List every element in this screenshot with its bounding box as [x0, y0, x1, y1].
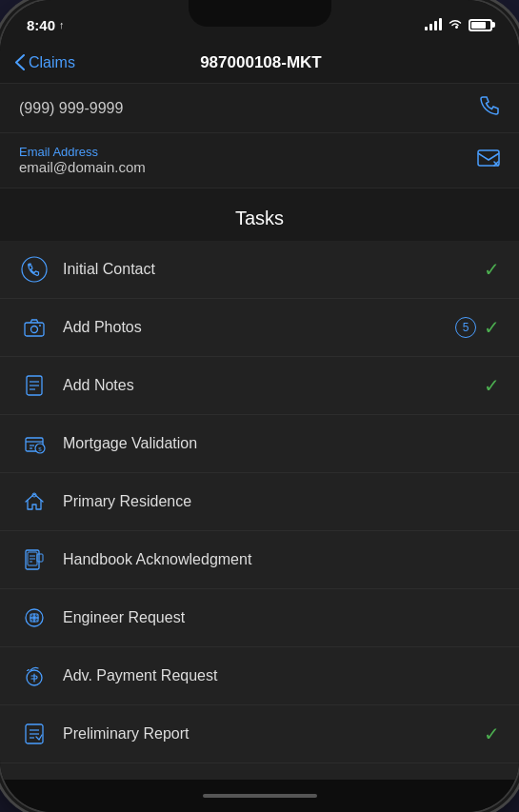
task-item-add-photos[interactable]: Add Photos5✓ [0, 299, 519, 357]
task-label-initial-contact: Initial Contact [63, 261, 470, 278]
task-label-adv-payment-request: Adv. Payment Request [63, 667, 487, 684]
direction-icon: ↑ [59, 19, 65, 30]
camera-icon [19, 312, 50, 343]
task-check-preliminary-report: ✓ [484, 723, 500, 745]
tasks-list: Initial Contact✓ Add Photos5✓ Add Notes✓… [0, 241, 519, 780]
status-time: 8:40 ↑ [27, 17, 65, 33]
task-label-handbook-acknowledgment: Handbook Acknowledgment [63, 551, 487, 568]
email-label: Email Address [19, 145, 146, 159]
home-icon [19, 486, 50, 517]
phone-number: (999) 999-9999 [19, 100, 123, 117]
tasks-section-header: Tasks [0, 188, 519, 241]
engineer-icon [19, 603, 50, 633]
svg-rect-19 [37, 554, 43, 562]
task-item-mortgage-validation[interactable]: $ Mortgage Validation [0, 415, 519, 473]
task-label-preliminary-report: Preliminary Report [63, 725, 470, 743]
time-display: 8:40 [27, 17, 55, 33]
phone-frame: 8:40 ↑ [0, 0, 519, 812]
task-item-primary-residence[interactable]: Primary Residence [0, 473, 519, 531]
svg-point-4 [31, 327, 38, 333]
mortgage-icon: $ [19, 428, 50, 459]
task-check-add-photos: ✓ [484, 316, 500, 339]
task-badge-add-photos: 5 [455, 317, 476, 338]
email-value: email@domain.com [19, 159, 146, 175]
task-item-initial-contact[interactable]: Initial Contact✓ [0, 241, 519, 299]
status-icons [425, 17, 492, 32]
task-label-mortgage-validation: Mortgage Validation [63, 435, 487, 452]
task-check-initial-contact: ✓ [484, 258, 500, 281]
task-check-add-notes: ✓ [484, 374, 500, 397]
task-right-add-notes: ✓ [484, 374, 500, 397]
svg-point-5 [39, 325, 41, 327]
task-item-preliminary-report[interactable]: Preliminary Report✓ [0, 705, 519, 763]
phone-icon[interactable] [479, 95, 500, 121]
home-indicator [0, 780, 519, 812]
email-row[interactable]: Email Address email@domain.com [0, 133, 519, 188]
wifi-icon [448, 17, 463, 32]
task-item-underwriting-referral[interactable]: Underwriting Referral [0, 763, 519, 780]
back-label: Claims [29, 54, 75, 71]
task-right-add-photos: 5✓ [455, 316, 500, 339]
svg-rect-3 [25, 323, 44, 336]
task-item-add-notes[interactable]: Add Notes✓ [0, 357, 519, 415]
task-label-primary-residence: Primary Residence [63, 493, 487, 510]
phone-icon [19, 254, 50, 285]
task-label-add-photos: Add Photos [63, 319, 442, 336]
battery-icon [469, 19, 492, 31]
task-item-adv-payment-request[interactable]: Adv. Payment Request [0, 647, 519, 705]
task-item-handbook-acknowledgment[interactable]: Handbook Acknowledgment [0, 531, 519, 589]
task-right-preliminary-report: ✓ [484, 723, 500, 745]
nav-bar: Claims 987000108-MKT [0, 42, 519, 84]
svg-point-2 [30, 264, 31, 266]
tasks-title: Tasks [235, 208, 284, 228]
report-icon [19, 719, 50, 749]
content-area: (999) 999-9999 Email Address email@domai… [0, 84, 519, 780]
signal-icon [425, 19, 442, 30]
svg-point-1 [22, 257, 47, 282]
nav-title: 987000108-MKT [75, 53, 447, 72]
notes-icon [19, 370, 50, 401]
task-item-engineer-request[interactable]: Engineer Request [0, 589, 519, 647]
back-button[interactable]: Claims [15, 54, 75, 71]
handbook-icon [19, 545, 50, 575]
phone-row[interactable]: (999) 999-9999 [0, 84, 519, 133]
email-icon[interactable] [477, 149, 500, 171]
task-label-add-notes: Add Notes [63, 377, 470, 394]
task-label-engineer-request: Engineer Request [63, 609, 487, 626]
home-bar [203, 794, 317, 798]
task-right-initial-contact: ✓ [484, 258, 500, 281]
notch [189, 0, 331, 27]
payment-icon [19, 661, 50, 691]
